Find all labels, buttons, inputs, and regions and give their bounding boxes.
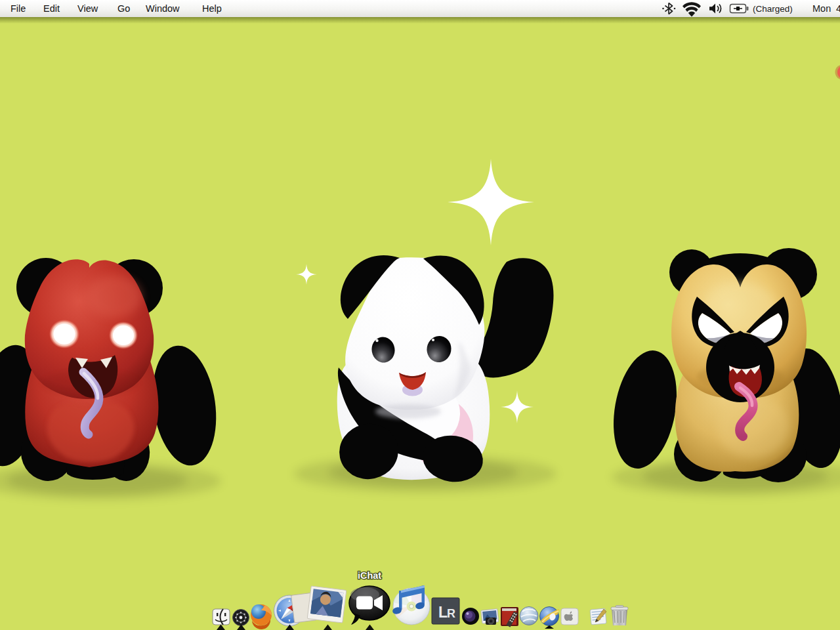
svg-text:R: R — [447, 607, 455, 620]
svg-text:iChat: iChat — [358, 570, 381, 581]
svg-text:L: L — [438, 604, 448, 621]
